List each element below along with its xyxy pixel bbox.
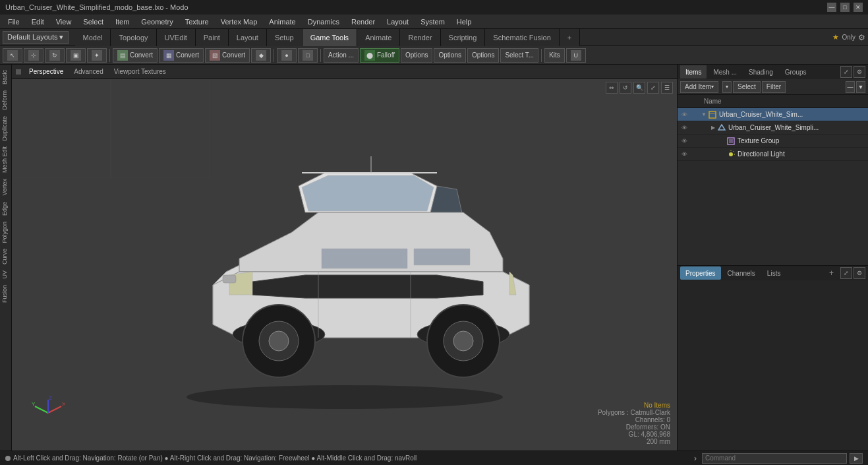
viewport-ctrl-arrows[interactable]: ⇔ xyxy=(606,82,618,94)
menu-edit[interactable]: Edit xyxy=(26,15,49,28)
gear-icon[interactable]: ⚙ xyxy=(858,33,865,42)
item-row-root[interactable]: 👁 ▼ Urban_Cruiser_White_Sim... xyxy=(678,108,868,121)
expand-mesh[interactable]: ▶ xyxy=(709,124,717,132)
panel-tab-shading[interactable]: Shading xyxy=(743,65,778,78)
viewport-ctrl-fit[interactable]: ↺ xyxy=(620,82,631,94)
sidebar-tab-curve[interactable]: Curve xyxy=(0,246,12,267)
layout-dropdown[interactable]: Default Layouts ▾ xyxy=(3,31,69,44)
viewport-ctrl-expand[interactable]: ⤢ xyxy=(647,82,659,94)
eye-icon-texgrp[interactable]: 👁 xyxy=(679,136,689,146)
viewport-tab-advanced[interactable]: Advanced xyxy=(71,67,105,77)
maximize-button[interactable]: □ xyxy=(840,3,850,12)
panel-gear-icon[interactable]: ⚙ xyxy=(854,66,865,78)
options-btn-2[interactable]: Options xyxy=(434,48,465,63)
items-filter-icon[interactable]: ▼ xyxy=(856,81,865,93)
menu-select[interactable]: Select xyxy=(78,15,109,28)
props-gear-icon[interactable]: ⚙ xyxy=(854,267,865,279)
layout-tab-schematic[interactable]: Schematic Fusion xyxy=(485,29,559,46)
menu-view[interactable]: View xyxy=(51,15,77,28)
expand-root[interactable]: ▼ xyxy=(700,111,708,119)
menu-file[interactable]: File xyxy=(3,15,25,28)
add-item-button[interactable]: Add Item xyxy=(680,81,718,93)
layout-tab-uvedit[interactable]: UVEdit xyxy=(157,29,196,46)
props-tab-channels[interactable]: Channels xyxy=(722,266,761,280)
select-button[interactable]: Select xyxy=(733,81,761,93)
layout-tab-gametools[interactable]: Game Tools xyxy=(303,29,358,46)
menu-layout[interactable]: Layout xyxy=(382,15,414,28)
viewport-tab-textures[interactable]: Viewport Textures xyxy=(111,67,169,77)
menu-help[interactable]: Help xyxy=(451,15,477,28)
layout-tab-render[interactable]: Render xyxy=(400,29,440,46)
cube-btn[interactable]: □ xyxy=(298,48,318,63)
sidebar-tab-uv[interactable]: UV xyxy=(0,268,12,282)
props-tab-properties[interactable]: Properties xyxy=(680,266,721,280)
panel-tab-groups[interactable]: Groups xyxy=(780,65,812,78)
sidebar-tab-polygon[interactable]: Polygon xyxy=(0,219,12,246)
sidebar-tab-vertex[interactable]: Vertex xyxy=(0,176,12,199)
eye-icon-root[interactable]: 👁 xyxy=(679,109,689,120)
action-btn[interactable]: Action ... xyxy=(324,48,359,63)
select-tool-1[interactable]: ↖ xyxy=(3,48,22,63)
menu-dynamics[interactable]: Dynamics xyxy=(303,15,345,28)
menu-render[interactable]: Render xyxy=(346,15,380,28)
props-expand-icon[interactable]: ⤢ xyxy=(840,267,852,279)
panel-tab-items[interactable]: Items xyxy=(680,65,707,78)
layout-tab-setup[interactable]: Setup xyxy=(267,29,303,46)
sphere-btn[interactable]: ● xyxy=(277,48,297,63)
kits-btn[interactable]: Kits xyxy=(544,48,565,63)
menu-item[interactable]: Item xyxy=(110,15,134,28)
filter-button[interactable]: Filter xyxy=(762,81,786,93)
sidebar-tab-duplicate[interactable]: Duplicate xyxy=(0,113,12,144)
viewport-drag-handle[interactable] xyxy=(16,69,21,75)
command-execute-btn[interactable]: ▶ xyxy=(850,453,863,464)
menu-system[interactable]: System xyxy=(415,15,450,28)
select-tool-5[interactable]: ✦ xyxy=(87,48,107,63)
select-t-btn[interactable]: Select T... xyxy=(500,48,538,63)
eye-icon-mesh[interactable]: 👁 xyxy=(679,123,689,133)
status-arrow[interactable]: › xyxy=(694,454,697,463)
options-btn-3[interactable]: Options xyxy=(467,48,499,63)
minimize-button[interactable]: — xyxy=(827,3,836,12)
props-tab-lists[interactable]: Lists xyxy=(762,266,786,280)
item-row-texgrp[interactable]: 👁 Texture Group xyxy=(678,135,868,148)
eye-icon-dirlight[interactable]: 👁 xyxy=(679,149,689,160)
viewport-ctrl-zoom[interactable]: 🔍 xyxy=(633,82,645,94)
layout-tab-paint[interactable]: Paint xyxy=(196,29,229,46)
menu-animate[interactable]: Animate xyxy=(264,15,301,28)
layout-tab-model[interactable]: Model xyxy=(75,29,111,46)
command-input[interactable] xyxy=(702,453,847,464)
item-row-mesh[interactable]: 👁 ▶ Urban_Cruiser_White_Simpli... xyxy=(678,121,868,135)
layout-tab-scripting[interactable]: Scripting xyxy=(441,29,486,46)
menu-geometry[interactable]: Geometry xyxy=(136,15,178,28)
layout-tab-animate[interactable]: Animate xyxy=(357,29,400,46)
select-tool-2[interactable]: ⊹ xyxy=(24,48,43,63)
layout-tab-plus[interactable]: + xyxy=(560,29,580,46)
layout-tab-layout[interactable]: Layout xyxy=(229,29,267,46)
panel-expand-icon[interactable]: ⤢ xyxy=(840,66,852,78)
convert-btn-1[interactable]: ▤ Convert xyxy=(113,48,158,63)
sidebar-tab-mesh-edit[interactable]: Mesh Edit xyxy=(0,144,12,175)
shape-btn[interactable]: ◆ xyxy=(251,48,271,63)
sidebar-tab-basic[interactable]: Basic xyxy=(0,67,12,87)
sidebar-tab-deform[interactable]: Deform xyxy=(0,88,12,113)
items-minus-btn[interactable]: — xyxy=(846,81,855,93)
layout-tab-topology[interactable]: Topology xyxy=(111,29,156,46)
viewport-tab-perspective[interactable]: Perspective xyxy=(26,67,66,77)
unreal-btn[interactable]: U xyxy=(566,48,586,63)
select-tool-4[interactable]: ▣ xyxy=(66,48,86,63)
sidebar-tab-edge[interactable]: Edge xyxy=(0,199,12,218)
options-btn-1[interactable]: Options xyxy=(401,48,432,63)
viewport-ctrl-menu[interactable]: ☰ xyxy=(661,82,673,94)
convert-btn-3[interactable]: ▧ Convert xyxy=(205,48,250,63)
falloff-btn[interactable]: ⬤ Falloff xyxy=(360,48,399,63)
props-plus-btn[interactable]: + xyxy=(826,268,836,278)
sidebar-tab-fusion[interactable]: Fusion xyxy=(0,282,12,305)
convert-btn-2[interactable]: ▦ Convert xyxy=(159,48,204,63)
menu-texture[interactable]: Texture xyxy=(180,15,214,28)
item-row-dirlight[interactable]: 👁 Directional Light xyxy=(678,148,868,161)
select-tool-3[interactable]: ↻ xyxy=(45,48,65,63)
menu-vertexmap[interactable]: Vertex Map xyxy=(216,15,263,28)
add-item-arrow[interactable]: ▾ xyxy=(722,81,732,93)
panel-tab-mesh[interactable]: Mesh ... xyxy=(708,65,742,78)
viewport[interactable]: Perspective Advanced Viewport Textures xyxy=(12,65,677,450)
